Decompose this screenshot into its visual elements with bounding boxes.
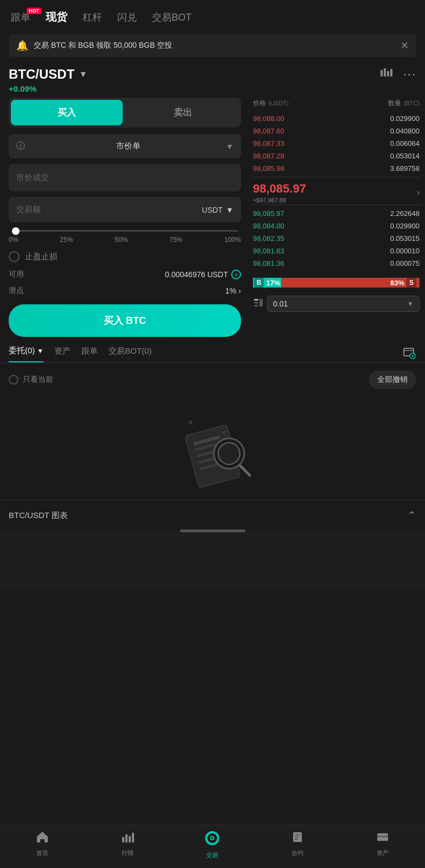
sell-order-row-5[interactable]: 98,085.98 3.689758: [252, 162, 421, 175]
nav-bot-label: 交易BOT: [152, 12, 192, 23]
slippage-selector[interactable]: 1% ›: [225, 286, 241, 295]
precision-value: 0.01: [273, 299, 288, 308]
svg-rect-24: [122, 837, 124, 843]
nav-tab-market[interactable]: 行情: [111, 831, 144, 859]
notification-text: 交易 BTC 和 BGB 领取 50,000 BGB 空投: [34, 41, 395, 50]
slider-0: 0%: [9, 236, 18, 244]
order-settings-icon[interactable]: [402, 346, 416, 362]
buy-sell-tabs: 买入 卖出: [9, 98, 241, 127]
contract-icon: [290, 831, 305, 847]
follow-tab[interactable]: 跟单: [81, 346, 98, 362]
slippage-label: 滑点: [9, 286, 24, 296]
cancel-all-button[interactable]: 全部撤销: [369, 371, 416, 389]
svg-rect-6: [254, 305, 258, 307]
sell-ratio-value: 83%: [390, 279, 404, 287]
chart-collapse-button[interactable]: ⌃: [407, 509, 416, 522]
nav-xianhuo-label: 现货: [46, 11, 67, 23]
empty-state-illustration: ✕ ✕: [158, 413, 267, 489]
slider-100: 100%: [224, 236, 241, 244]
svg-rect-1: [384, 68, 386, 76]
sell-order-row-3[interactable]: 98,087.33 0.006064: [252, 137, 421, 150]
currency-selector[interactable]: USDT ▼: [202, 206, 233, 214]
slippage-value: 1%: [225, 286, 236, 295]
svg-line-21: [240, 465, 250, 475]
nav-tab-assets[interactable]: 资产: [366, 831, 399, 859]
buy-order-row-1[interactable]: 98,085.97 2.262648: [252, 207, 421, 220]
available-row: 可用 0.00046976 USDT +: [9, 270, 241, 279]
buy-order-row-4[interactable]: 98,081.63 0.000010: [252, 245, 421, 257]
left-panel: 买入 卖出 ⓘ 市价单 ▼ 市价成交 交易额 USDT: [0, 98, 250, 337]
svg-rect-37: [377, 835, 388, 838]
currency-dropdown-icon: ▼: [226, 206, 233, 214]
assets-tab[interactable]: 资产: [54, 346, 71, 362]
order-tabs-row: 委托(0) ▼ 资产 跟单 交易BOT(0): [0, 337, 425, 363]
sell-order-row-4[interactable]: 98,087.28 0.053014: [252, 150, 421, 162]
buy-orders: 98,085.97 2.262648 98,084.00 0.029900 98…: [252, 207, 421, 270]
nav-ganggan-label: 杠杆: [83, 12, 102, 23]
amount-placeholder: 交易额: [16, 205, 41, 215]
nav-tab-trade[interactable]: 交易: [196, 831, 229, 859]
svg-rect-4: [254, 299, 258, 301]
nav-genjian[interactable]: 跟单 HOT: [11, 11, 30, 24]
slider-75: 75%: [169, 236, 182, 244]
nav-tab-contract[interactable]: 合约: [281, 831, 314, 859]
pair-right: ···: [379, 67, 416, 81]
svg-rect-25: [125, 834, 128, 843]
nav-shanzhu-label: 闪兑: [117, 12, 137, 23]
nav-bot[interactable]: 交易BOT: [152, 11, 192, 24]
sell-order-row-1[interactable]: 98,088.00 0.029900: [252, 112, 421, 125]
commission-tab[interactable]: 委托(0) ▼: [9, 346, 43, 362]
stop-loss-row[interactable]: 止盈止损: [9, 251, 241, 262]
slider-25: 25%: [60, 236, 73, 244]
available-amount: 0.00046976 USDT: [165, 270, 228, 279]
price-direction-icon: ›: [417, 188, 420, 197]
empty-state: ✕ ✕: [0, 397, 425, 500]
filter-row: 只看当前 全部撤销: [0, 363, 425, 397]
buy-ratio-b-label: B: [254, 278, 264, 288]
svg-text:✕: ✕: [188, 419, 193, 426]
price-input[interactable]: 市价成交: [9, 164, 241, 192]
buy-btc-button[interactable]: 买入 BTC: [9, 304, 241, 337]
pair-dropdown-icon[interactable]: ▼: [79, 69, 87, 79]
current-price-section[interactable]: 98,085.97 ≈$97,987.88 ›: [252, 177, 421, 205]
nav-contract-label: 合约: [291, 849, 303, 857]
sell-tab[interactable]: 卖出: [127, 100, 239, 125]
svg-rect-33: [295, 834, 300, 835]
add-funds-button[interactable]: +: [231, 270, 241, 279]
svg-rect-27: [132, 833, 134, 843]
nav-tab-home[interactable]: 首页: [26, 831, 59, 859]
sell-ratio: 83% S: [281, 278, 420, 288]
price-placeholder: 市价成交: [16, 173, 49, 182]
nav-xianhuo[interactable]: 现货: [46, 10, 67, 24]
pair-name: BTC/USDT: [9, 67, 74, 82]
amount-input[interactable]: 交易额 USDT ▼: [9, 197, 241, 222]
buy-tab[interactable]: 买入: [11, 100, 123, 125]
orderbook-view-icon[interactable]: [253, 297, 264, 311]
order-type-dropdown-icon: ▼: [226, 142, 233, 151]
nav-ganggan[interactable]: 杠杆: [83, 11, 102, 24]
more-options-icon[interactable]: ···: [403, 67, 416, 81]
orderbook-header: 价格 (USDT) 数量 (BTC): [252, 98, 421, 108]
home-indicator-bar: [180, 529, 245, 532]
stop-loss-checkbox[interactable]: [9, 251, 20, 262]
current-only-checkbox[interactable]: [9, 375, 18, 385]
precision-dropdown-icon: ▼: [407, 300, 414, 308]
buy-order-row-2[interactable]: 98,084.00 0.029900: [252, 220, 421, 232]
svg-rect-7: [259, 299, 263, 307]
buy-order-row-5[interactable]: 98,081.36 0.000075: [252, 257, 421, 270]
precision-selector[interactable]: 0.01 ▼: [267, 296, 420, 312]
buy-order-row-3[interactable]: 98,082.35 0.053015: [252, 232, 421, 245]
stop-loss-label: 止盈止损: [25, 252, 58, 262]
available-label: 可用: [9, 270, 24, 279]
order-type-selector[interactable]: ⓘ 市价单 ▼: [9, 134, 241, 158]
current-only-label: 只看当前: [23, 375, 53, 385]
trading-bot-tab[interactable]: 交易BOT(0): [109, 346, 151, 362]
buy-sell-ratio-bar: B 17% 83% S: [253, 274, 420, 291]
notification-close-button[interactable]: ✕: [401, 40, 409, 52]
slippage-arrow-icon: ›: [238, 286, 241, 295]
sell-order-row-2[interactable]: 98,087.60 0.040800: [252, 125, 421, 137]
amount-slider[interactable]: 0% 25% 50% 75% 100%: [9, 230, 241, 244]
slider-50: 50%: [115, 236, 128, 244]
chart-icon[interactable]: [379, 68, 395, 81]
nav-shanzhu[interactable]: 闪兑: [117, 11, 137, 24]
